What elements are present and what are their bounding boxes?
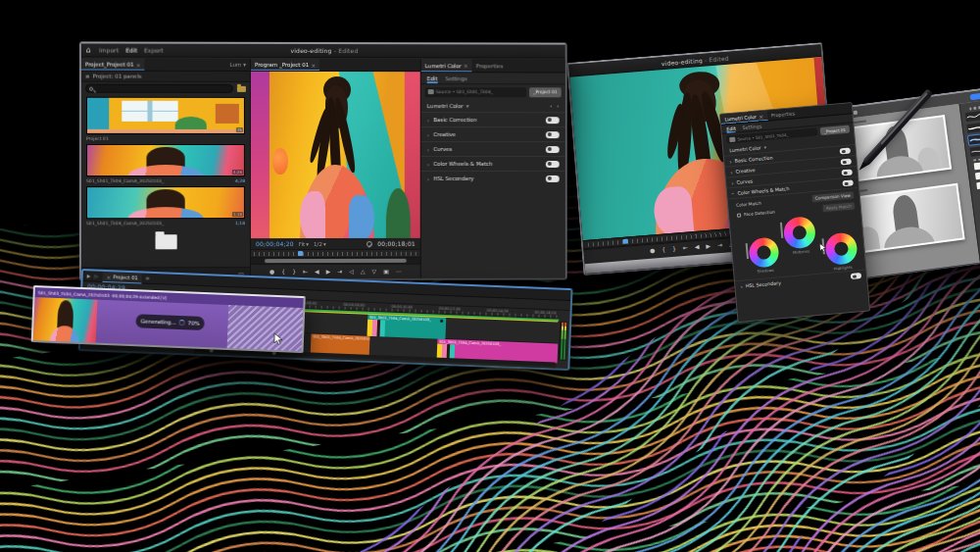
toolbar-icon[interactable] — [854, 110, 858, 114]
close-icon[interactable]: × — [311, 61, 316, 68]
search-icon — [89, 86, 93, 90]
fx-badge — [440, 320, 443, 323]
chevron-right-icon: › — [731, 179, 734, 186]
menu-icon[interactable]: ≡ — [85, 74, 90, 79]
media-item[interactable]: 1;18 S01_Sh01_Tk04_CamA_20250103_1;18 — [81, 184, 250, 226]
section-toggle[interactable] — [546, 161, 560, 168]
go-to-in-button[interactable]: ⇤ — [303, 269, 308, 275]
section-hsl-secondary[interactable]: › HSL Secondary — [421, 171, 565, 185]
tab-sequence[interactable]: × Project 01 — [102, 271, 142, 283]
playhead[interactable] — [298, 251, 303, 256]
go-to-in-button[interactable]: ⇤ — [683, 245, 688, 251]
step-back-button[interactable]: ◀ — [695, 244, 700, 250]
media-item[interactable]: 4;28 S01_Sh01_Tk04_CamA_20250103_4;28 — [81, 142, 250, 184]
tab-project[interactable]: Project_Project 01 × — [81, 58, 145, 70]
tab-lumetri-collapsed[interactable]: Lum ▾ — [225, 59, 250, 71]
clip-chip[interactable]: _Project 01 — [529, 87, 562, 97]
generating-status: Generating... 70% — [135, 314, 205, 330]
close-icon[interactable]: × — [136, 61, 141, 68]
face-detection-checkbox[interactable] — [737, 213, 741, 217]
section-toggle[interactable] — [841, 158, 852, 165]
track-select-tool-icon[interactable]: ▷ — [94, 274, 98, 279]
panel-menu-icon[interactable]: ≡ — [145, 276, 149, 281]
share-button[interactable] — [969, 92, 980, 100]
mark-in-button[interactable]: { — [662, 247, 665, 253]
close-icon[interactable]: × — [464, 62, 468, 69]
brush-preset[interactable] — [969, 144, 980, 156]
color-swatch[interactable] — [974, 171, 980, 180]
section-toggle[interactable] — [546, 146, 560, 153]
monitor-timebar[interactable] — [251, 249, 420, 258]
window-title: video-editing - Edited — [81, 46, 565, 54]
chevron-down-icon: ▾ — [306, 241, 309, 247]
export-frame-button[interactable]: ▣ — [383, 269, 389, 275]
clip-chip[interactable]: _Project 01 — [820, 125, 851, 135]
fx-icon[interactable]: • — [550, 103, 553, 109]
new-bin-folder-icon[interactable] — [155, 234, 176, 249]
monitor-scrollbar[interactable] — [251, 258, 420, 264]
go-to-out-button[interactable]: ⇥ — [717, 242, 722, 248]
subtab-settings[interactable]: Settings — [445, 75, 466, 81]
close-icon[interactable]: × — [759, 113, 764, 120]
brush-preset-selected[interactable] — [967, 132, 980, 144]
color-swatch[interactable] — [976, 179, 980, 189]
highlights-wheel[interactable]: Highlights — [824, 231, 858, 266]
go-to-out-button[interactable]: ⇥ — [337, 269, 342, 275]
fit-dropdown[interactable]: Fit▾ — [299, 241, 309, 247]
subtab-settings[interactable]: Settings — [742, 124, 761, 130]
media-item[interactable]: 4k Project 01 — [81, 95, 250, 142]
section-toggle[interactable] — [546, 175, 560, 181]
playhead[interactable] — [623, 239, 628, 244]
wrench-icon[interactable] — [367, 240, 372, 246]
playback-resolution-dropdown[interactable]: 1/2▾ — [314, 240, 326, 246]
add-marker-button[interactable]: ● — [270, 269, 274, 275]
bypass-icon[interactable]: • — [557, 103, 560, 109]
tab-lumetri-color[interactable]: Lumetri Color × — [421, 59, 472, 72]
generating-clip[interactable]: S01_Sh03_Tk04_CamA_20250103 -00;00;04;29… — [31, 285, 306, 353]
chevron-down-icon: ▾ — [323, 240, 326, 246]
lift-button[interactable]: △ — [361, 269, 366, 275]
step-forward-button[interactable]: ◁ — [349, 269, 354, 275]
section-toggle[interactable] — [546, 131, 560, 138]
play-button[interactable]: ▶ — [706, 243, 710, 249]
search-input[interactable] — [85, 84, 233, 93]
timeline-clip-teal[interactable]: S01_Sh01_Tk04_CamA_20250103_ — [367, 315, 446, 339]
apply-match-button[interactable]: Apply Match — [821, 201, 856, 213]
settings-button[interactable]: ⋯ — [396, 269, 402, 275]
close-icon[interactable]: × — [106, 274, 111, 280]
selection-tool-icon[interactable]: ▶ — [87, 273, 91, 278]
subtab-edit[interactable]: Edit — [427, 75, 438, 81]
subtab-edit[interactable]: Edit — [726, 125, 736, 131]
section-toggle[interactable] — [841, 169, 852, 176]
step-back-button[interactable]: ◀ — [315, 269, 319, 275]
midtones-slider[interactable] — [780, 223, 783, 238]
section-color-wheels[interactable]: › Color Wheels & Match — [421, 156, 565, 171]
tab-properties[interactable]: Properties — [472, 59, 508, 72]
project-panel: Project_Project 01 × Lum ▾ ≡ Project: 01… — [81, 58, 251, 278]
tab-program[interactable]: Program _Project 01 × — [251, 59, 319, 71]
chevron-right-icon: › — [427, 175, 429, 181]
face-detection-label: Face Detection — [744, 209, 775, 217]
color-swatch[interactable] — [973, 161, 980, 171]
add-marker-button[interactable]: ● — [650, 247, 656, 253]
section-curves[interactable]: › Curves — [421, 141, 565, 156]
midtones-wheel[interactable]: Midtones — [783, 216, 817, 250]
brush-preset[interactable] — [964, 109, 980, 121]
extract-button[interactable]: ▽ — [372, 269, 377, 275]
folder-icon[interactable] — [237, 85, 246, 91]
shadows-slider[interactable] — [746, 243, 749, 259]
mark-out-button[interactable]: } — [672, 246, 676, 252]
section-creative[interactable]: › Creative — [421, 126, 565, 141]
preset-dropdown[interactable]: Lumetri Color ▾ •• — [421, 99, 565, 112]
mark-out-button[interactable]: } — [292, 269, 296, 275]
shadows-wheel[interactable]: Shadows — [748, 236, 780, 269]
source-field[interactable]: Source • S01_Sh01_Tk04_ — [425, 87, 527, 97]
section-toggle[interactable] — [842, 179, 853, 186]
mark-in-button[interactable]: { — [281, 269, 285, 275]
brush-preset[interactable] — [966, 121, 980, 132]
section-toggle[interactable] — [840, 147, 851, 154]
section-toggle[interactable] — [851, 273, 861, 279]
play-button[interactable]: ▶ — [326, 269, 331, 275]
section-toggle[interactable] — [546, 117, 560, 124]
section-basic-correction[interactable]: › Basic Correction — [421, 112, 565, 126]
